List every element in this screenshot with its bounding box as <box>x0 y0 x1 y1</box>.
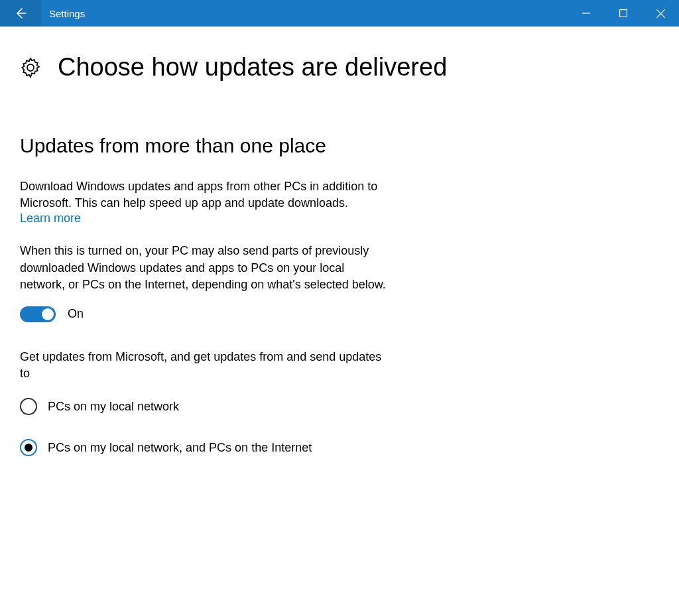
svg-rect-0 <box>620 10 627 17</box>
back-button[interactable] <box>0 0 41 27</box>
toggle-knob <box>42 308 54 320</box>
radio-button-selected <box>20 439 37 456</box>
minimize-button[interactable] <box>568 0 605 27</box>
learn-more-link[interactable]: Learn more <box>20 212 81 225</box>
gear-icon <box>20 57 41 78</box>
delivery-optimization-toggle[interactable] <box>20 306 56 322</box>
radio-label: PCs on my local network <box>48 400 179 414</box>
minimize-icon <box>582 9 590 17</box>
radio-dot-icon <box>25 444 32 452</box>
radio-label: PCs on my local network, and PCs on the … <box>48 441 312 455</box>
section-title: Updates from more than one place <box>20 135 391 157</box>
maximize-icon <box>619 9 627 17</box>
radio-option-local-network[interactable]: PCs on my local network <box>20 398 391 415</box>
section-description-2: When this is turned on, your PC may also… <box>20 243 391 293</box>
titlebar: Settings <box>0 0 679 27</box>
radio-button-unselected <box>20 398 37 415</box>
window-title: Settings <box>41 0 568 27</box>
toggle-row: On <box>20 306 391 322</box>
section-updates-from-more-than-one-place: Updates from more than one place Downloa… <box>20 135 391 456</box>
back-arrow-icon <box>14 7 27 20</box>
radio-option-local-and-internet[interactable]: PCs on my local network, and PCs on the … <box>20 439 391 456</box>
close-icon <box>656 9 665 18</box>
page-header: Choose how updates are delivered <box>20 53 679 82</box>
radio-group-label: Get updates from Microsoft, and get upda… <box>20 349 391 382</box>
page-title: Choose how updates are delivered <box>58 53 447 82</box>
toggle-label: On <box>68 307 84 321</box>
content-area: Choose how updates are delivered Updates… <box>0 27 679 456</box>
section-description-1: Download Windows updates and apps from o… <box>20 178 391 212</box>
close-button[interactable] <box>642 0 679 27</box>
window-controls <box>568 0 679 27</box>
maximize-button[interactable] <box>605 0 642 27</box>
